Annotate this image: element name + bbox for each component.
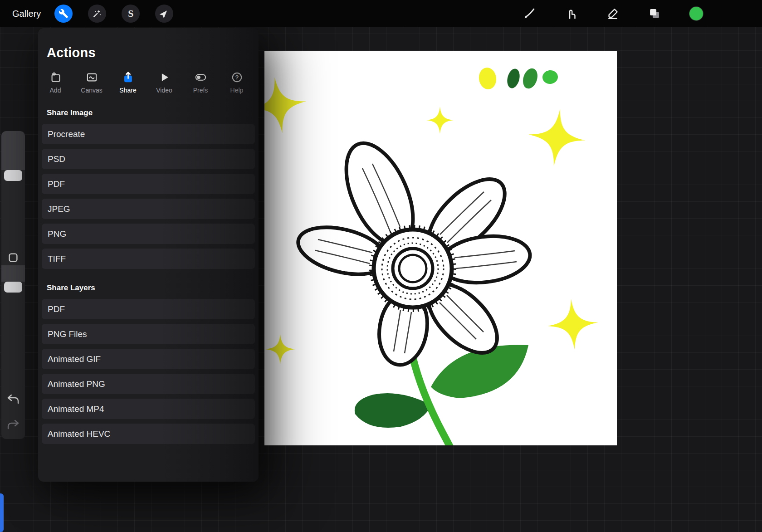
tab-label-add: Add [50,87,61,94]
share-option-label: PDF [48,179,65,189]
share-option-label: Procreate [48,129,85,139]
tab-share[interactable]: Share [110,71,146,94]
share-layers-list: PDF PNG Files Animated GIF Animated PNG … [42,299,255,444]
modify-button[interactable] [8,252,19,263]
canvas-surface[interactable] [264,51,617,445]
actions-panel: Actions Add Canvas [38,28,259,482]
tab-label-video: Video [156,87,172,94]
tab-label-share: Share [119,87,136,94]
share-option-label: PSD [48,154,65,164]
smudge-icon [565,7,577,20]
tab-label-prefs: Prefs [193,87,208,94]
color-button[interactable] [689,6,704,21]
layers-option-png-files[interactable]: PNG Files [42,324,255,344]
tab-label-help: Help [230,87,244,94]
share-option-label: Animated MP4 [48,404,104,414]
color-swatch [689,7,703,20]
smudge-tool-button[interactable] [563,6,579,21]
redo-button[interactable] [6,419,20,431]
help-glyph: ? [235,74,239,81]
layers-option-animated-gif[interactable]: Animated GIF [42,349,255,369]
tab-canvas[interactable]: Canvas [73,71,110,94]
share-image-list: Procreate PSD PDF JPEG PNG TIFF [42,124,255,269]
layers-option-pdf[interactable]: PDF [42,299,255,319]
top-toolbar: Gallery S [0,0,762,27]
tab-video[interactable]: Video [146,71,182,94]
share-layers-header: Share Layers [47,283,255,293]
actions-button[interactable] [54,5,73,23]
share-icon [122,71,134,83]
share-option-label: JPEG [48,204,70,214]
adjustments-button[interactable] [88,5,106,23]
video-icon [158,71,171,83]
wrench-icon [59,9,68,19]
panel-title: Actions [47,45,255,60]
brush-size-track[interactable] [1,131,25,170]
help-icon: ? [231,71,243,83]
transform-arrow-icon [159,9,169,19]
brush-icon [523,7,536,20]
layers-option-animated-mp4[interactable]: Animated MP4 [42,399,255,419]
layers-option-animated-png[interactable]: Animated PNG [42,374,255,394]
eraser-tool-button[interactable] [605,6,620,21]
tab-help[interactable]: ? Help [219,71,255,94]
share-option-tiff[interactable]: TIFF [42,249,255,269]
share-option-label: TIFF [48,254,66,264]
share-option-psd[interactable]: PSD [42,149,255,169]
sparkle-stars [264,73,600,364]
brush-size-slider[interactable] [4,170,22,181]
prefs-toggle-icon [195,71,207,83]
share-option-pdf[interactable]: PDF [42,174,255,194]
procreate-app: Gallery S [0,0,762,532]
layers-icon [648,7,661,20]
brush-tool-button[interactable] [522,6,537,21]
layers-option-animated-hevc[interactable]: Animated HEVC [42,424,255,444]
share-option-label: Animated GIF [48,354,101,364]
opacity-track[interactable] [1,265,25,282]
redo-icon [6,419,20,431]
selection-s-icon: S [128,9,133,19]
share-option-png[interactable]: PNG [42,224,255,244]
tab-prefs[interactable]: Prefs [182,71,219,94]
opacity-slider[interactable] [4,282,22,293]
share-option-label: PDF [48,304,65,314]
canvas-icon [86,71,98,83]
share-option-label: Animated HEVC [48,429,110,439]
tab-label-canvas: Canvas [81,87,102,94]
tab-add[interactable]: Add [37,71,73,94]
share-option-label: PNG Files [48,329,87,339]
transform-button[interactable] [155,5,173,23]
blue-panel-edge[interactable] [0,493,4,532]
flower-leaves [355,345,528,428]
share-option-label: Animated PNG [48,379,105,389]
share-option-jpeg[interactable]: JPEG [42,199,255,219]
flower-artwork [264,51,617,445]
eraser-icon [606,7,619,20]
magic-wand-icon [92,9,102,19]
add-icon [49,71,62,83]
undo-icon [6,393,20,406]
share-option-label: PNG [48,229,66,239]
layers-button[interactable] [647,6,662,21]
share-option-procreate[interactable]: Procreate [42,124,255,144]
gallery-button[interactable]: Gallery [12,9,41,19]
share-image-header: Share Image [47,108,255,117]
selection-button[interactable]: S [122,5,140,23]
paint-swatches [478,66,559,90]
sidebar-controls [1,131,25,439]
actions-tabs: Add Canvas Share [37,71,255,94]
undo-button[interactable] [6,393,20,406]
